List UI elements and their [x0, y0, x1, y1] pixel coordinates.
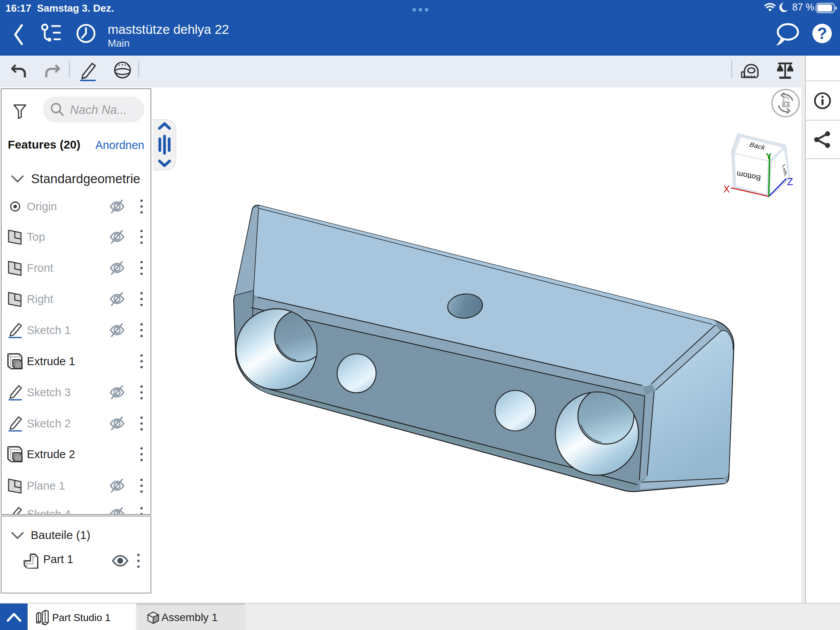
svg-text:Z: Z [787, 176, 793, 187]
svg-text:Y: Y [766, 151, 772, 161]
svg-text:X: X [723, 184, 730, 194]
